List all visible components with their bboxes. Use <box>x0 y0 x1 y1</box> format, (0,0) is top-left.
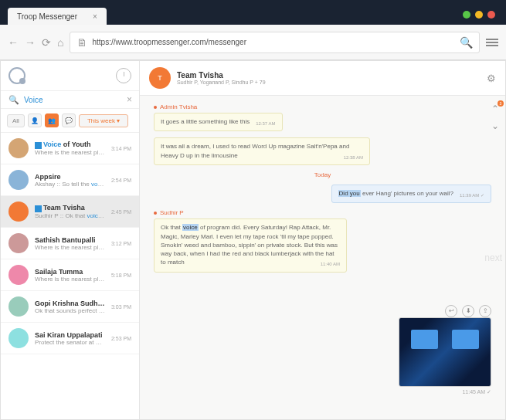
settings-icon[interactable]: ⚙ <box>487 73 496 84</box>
filter-row: All 👤 👥 💬 This week ▾ <box>1 109 139 133</box>
header-title: Team Tvisha <box>177 71 481 80</box>
image-timestamp: 11:45 AM ✓ <box>399 389 491 395</box>
chat-item[interactable]: Voice of YouthWhere is the nearest place… <box>1 133 139 164</box>
image-attachment[interactable] <box>399 317 491 387</box>
chat-name: Sailaja Tumma <box>35 268 105 276</box>
avatar <box>8 265 29 285</box>
chat-preview: Sudhir P :: Ok that voice of p... <box>35 212 105 219</box>
page-icon: 🗎 <box>76 36 87 49</box>
messages-area: ⌃3 ⌄ Admin Tvisha It goes a little somet… <box>140 96 505 419</box>
chat-preview: Ok that sounds perfect 👍 <box>35 307 105 314</box>
chat-item[interactable]: Team TvishaSudhir P :: Ok that voice of … <box>1 196 139 228</box>
sender-label: Sudhir P <box>154 209 491 216</box>
share-icon[interactable]: ⇪ <box>479 305 491 317</box>
message-bubble-own[interactable]: Did you ever Hang' pictures on your wall… <box>331 185 491 203</box>
chat-item[interactable]: Sathish BantupalliWhere is the nearest p… <box>1 228 139 259</box>
avatar <box>8 296 29 317</box>
tab-title: Troop Messenger <box>17 12 77 21</box>
chat-name: Team Tvisha <box>35 204 105 212</box>
scroll-down-icon[interactable]: ⌄ <box>490 120 501 131</box>
chat-preview: Protect the senator at all costs... <box>35 339 105 346</box>
chat-item[interactable]: Gopi Krishna SudhanaOk that sounds perfe… <box>1 291 139 323</box>
chat-preview: Where is the nearest place to ... <box>35 149 105 156</box>
chat-preview: Akshay :: So tell the voice of... <box>35 181 105 188</box>
scroll-nav: ⌃3 ⌄ <box>490 103 501 131</box>
message-bubble[interactable]: Ok that voice of program did. Every Satu… <box>154 218 347 272</box>
unread-badge: 3 <box>498 100 504 107</box>
chat-name: Voice of Youth <box>35 141 105 148</box>
chat-name: Sai Kiran Uppalapati <box>35 331 105 339</box>
chat-preview: Where is the nearest place to ... <box>35 244 105 251</box>
browser-tab-bar: Troop Messenger × <box>8 8 107 25</box>
message-bubble[interactable]: It was all a dream, I used to read Word … <box>154 137 370 165</box>
chat-time: 3:03 PM <box>111 304 131 310</box>
chat-preview: Where is the nearest place to ... <box>35 276 105 283</box>
back-icon[interactable]: ← <box>8 36 19 49</box>
avatar <box>8 138 29 158</box>
chat-item[interactable]: AppsireAkshay :: So tell the voice of...… <box>1 164 139 196</box>
sidebar: 🔍 × All 👤 👥 💬 This week ▾ Voice of Youth… <box>1 61 140 419</box>
reply-icon[interactable]: ↩ <box>445 305 457 317</box>
url-text: https://www.troopmessenger.com/messenger <box>92 38 455 46</box>
avatar <box>8 328 29 348</box>
chat-name: Sathish Bantupalli <box>35 236 105 244</box>
chat-time: 2:53 PM <box>111 336 131 341</box>
filter-group-icon[interactable]: 👥 <box>45 113 59 127</box>
browser-tab[interactable]: Troop Messenger × <box>8 8 107 25</box>
chat-name: Gopi Krishna Sudhana <box>35 300 105 307</box>
close-dot[interactable] <box>487 11 495 19</box>
close-tab-icon[interactable]: × <box>93 12 97 21</box>
clear-search-icon[interactable]: × <box>127 94 132 105</box>
download-icon[interactable]: ⬇ <box>462 305 474 317</box>
reload-icon[interactable]: ⟳ <box>42 36 51 49</box>
filter-user-icon[interactable]: 👤 <box>28 113 42 127</box>
image-message: ↩ ⬇ ⇪ 11:45 AM ✓ <box>399 302 491 395</box>
scroll-up-icon[interactable]: ⌃3 <box>490 103 501 114</box>
maximize-dot[interactable] <box>475 11 483 19</box>
avatar <box>8 170 29 190</box>
chat-time: 2:54 PM <box>111 178 131 183</box>
chat-item[interactable]: Sailaja TummaWhere is the nearest place … <box>1 259 139 291</box>
sender-label: Admin Tvisha <box>154 103 491 110</box>
message-bubble[interactable]: It goes a little something like this12:3… <box>154 113 283 131</box>
date-divider: Today <box>154 171 491 178</box>
filter-week[interactable]: This week ▾ <box>79 114 128 127</box>
profile-icon[interactable] <box>8 67 25 84</box>
browser-toolbar: ← → ⟳ ⌂ 🗎 https://www.troopmessenger.com… <box>0 25 506 60</box>
main-panel: T Team Tvisha Sudhir P, Yoganand P, Sind… <box>140 61 505 419</box>
window-controls <box>463 11 495 19</box>
url-bar[interactable]: 🗎 https://www.troopmessenger.com/messeng… <box>70 32 480 53</box>
menu-icon[interactable] <box>486 39 498 46</box>
forward-icon[interactable]: → <box>25 36 36 49</box>
chat-list: Voice of YouthWhere is the nearest place… <box>1 133 139 419</box>
search-input[interactable] <box>24 96 122 104</box>
search-row: 🔍 × <box>1 91 139 109</box>
chat-name: Appsire <box>35 173 105 181</box>
filter-all[interactable]: All <box>7 114 25 127</box>
avatar <box>8 233 29 253</box>
chat-time: 2:45 PM <box>111 209 131 215</box>
app-container: 🔍 × All 👤 👥 💬 This week ▾ Voice of Youth… <box>0 60 506 420</box>
chat-header: T Team Tvisha Sudhir P, Yoganand P, Sind… <box>140 61 505 96</box>
header-subtitle: Sudhir P, Yoganand P, Sindhu P + 79 <box>177 80 481 85</box>
chat-item[interactable]: Sai Kiran UppalapatiProtect the senator … <box>1 323 139 354</box>
chat-time: 3:12 PM <box>111 241 131 246</box>
chat-time: 5:18 PM <box>111 273 131 278</box>
avatar <box>8 202 29 222</box>
next-hint[interactable]: next <box>484 252 502 263</box>
header-avatar[interactable]: T <box>149 67 171 89</box>
home-icon[interactable]: ⌂ <box>57 36 63 49</box>
search-icon[interactable]: 🔍 <box>460 36 473 49</box>
filter-chat-icon[interactable]: 💬 <box>62 113 76 127</box>
sidebar-top <box>1 61 139 91</box>
clock-icon[interactable] <box>116 68 131 83</box>
chat-time: 3:14 PM <box>111 146 131 151</box>
search-mag-icon: 🔍 <box>8 95 19 105</box>
minimize-dot[interactable] <box>463 11 470 19</box>
